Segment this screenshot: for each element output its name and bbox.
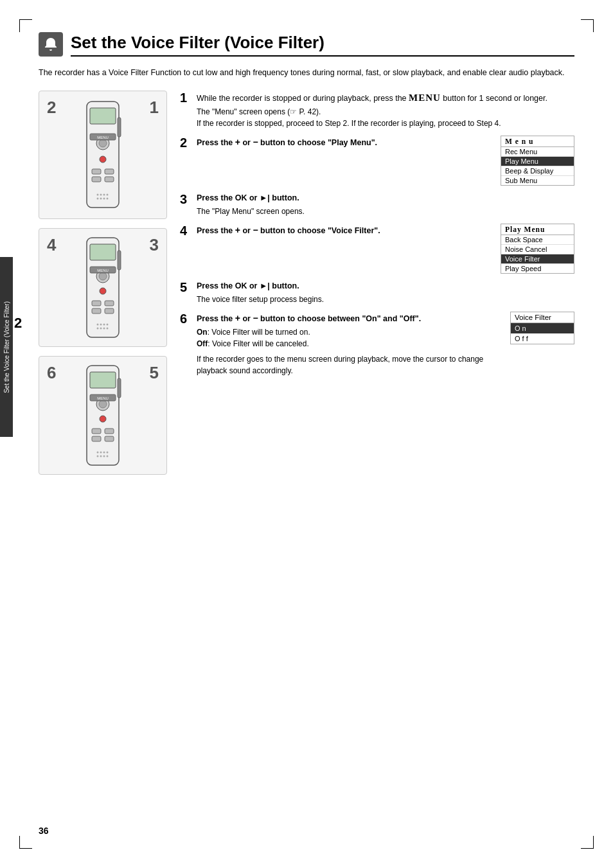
- step-3: 3 Press the OK or ►| button. The "Play M…: [180, 192, 574, 217]
- device-step-6: 6: [47, 363, 56, 383]
- step-6-note: If the recorder goes to the menu screen …: [197, 353, 497, 376]
- svg-point-3: [99, 139, 107, 147]
- device-step-5: 5: [150, 363, 159, 383]
- step-5-instruction: Press the OK or ►| button.: [197, 281, 299, 290]
- sidebar-number: 2: [14, 315, 22, 332]
- svg-point-51: [103, 451, 105, 453]
- svg-rect-47: [92, 436, 101, 441]
- svg-point-31: [103, 323, 105, 325]
- device-block-2: 4 3: [39, 228, 167, 347]
- page-container: Set the Voice Filter (Voice Filter) 2 Se…: [0, 0, 613, 868]
- voice-filter-on: O n: [511, 323, 574, 333]
- svg-rect-25: [92, 301, 101, 306]
- svg-point-9: [97, 194, 99, 196]
- svg-point-33: [97, 327, 99, 329]
- voice-filter-box: Voice Filter O n O f f: [510, 312, 574, 344]
- device-step-4: 4: [47, 235, 56, 255]
- step-2-body: Press the + or − button to choose "Play …: [197, 136, 377, 150]
- svg-point-13: [97, 198, 99, 200]
- svg-rect-39: [118, 251, 121, 270]
- step-1-num: 1: [180, 91, 193, 130]
- svg-rect-28: [105, 308, 114, 314]
- step-4-body: Press the + or − button to choose "Voice…: [197, 224, 380, 238]
- svg-rect-27: [92, 308, 101, 314]
- svg-point-43: [99, 400, 107, 408]
- svg-point-30: [100, 323, 102, 325]
- svg-text:MENU: MENU: [97, 136, 109, 139]
- right-column: 1 While the recorder is stopped or durin…: [180, 91, 574, 475]
- device-illustrations: 2 1: [39, 91, 167, 475]
- svg-rect-19: [118, 118, 121, 137]
- svg-rect-41: [90, 372, 116, 388]
- step-4-instruction: Press the + or − button to choose "Voice…: [197, 226, 380, 235]
- svg-point-4: [100, 156, 106, 163]
- step-2-col: 2 Press the + or − button to choose "Pla…: [180, 136, 488, 186]
- step-4: 4 Press the + or − button to choose "Voi…: [180, 224, 488, 238]
- page-title: Set the Voice Filter (Voice Filter): [71, 33, 574, 57]
- step-2-wrapper: 2 Press the + or − button to choose "Pla…: [180, 136, 574, 186]
- step-2: 2 Press the + or − button to choose "Pla…: [180, 136, 488, 150]
- menu-play-item-3: Play Speed: [501, 264, 574, 273]
- step-6-instruction: Press the + or − button to choose betwee…: [197, 314, 421, 323]
- page-number: 36: [39, 826, 49, 836]
- menu-play-item-1: Noise Cancel: [501, 245, 574, 254]
- svg-point-50: [100, 451, 102, 453]
- menu-box-play: Play Menu Back Space Noise Cancel Voice …: [501, 224, 574, 274]
- page-header: Set the Voice Filter (Voice Filter): [39, 32, 574, 57]
- step-5-num: 5: [180, 280, 193, 305]
- sidebar-label: Set the Voice Filter (Voice Filter): [3, 301, 10, 393]
- svg-text:MENU: MENU: [97, 396, 109, 400]
- step-3-num: 3: [180, 192, 193, 217]
- svg-rect-48: [105, 436, 114, 441]
- recorder-svg-1: MENU: [67, 98, 138, 211]
- svg-point-56: [107, 455, 109, 457]
- svg-point-53: [97, 455, 99, 457]
- device-step-2: 2: [47, 98, 56, 118]
- svg-point-23: [99, 272, 107, 280]
- svg-rect-26: [105, 301, 114, 306]
- menu-play-item-2: Voice Filter: [501, 254, 574, 264]
- svg-rect-59: [118, 378, 121, 398]
- device-step-3: 3: [150, 235, 159, 255]
- svg-rect-5: [92, 169, 101, 174]
- device-block-3: 6 5: [39, 356, 167, 475]
- svg-point-55: [103, 455, 105, 457]
- svg-point-24: [100, 288, 106, 294]
- voice-filter-icon: [43, 37, 58, 52]
- svg-point-44: [100, 416, 106, 422]
- step-6: 6 Press the + or − button to choose betw…: [180, 312, 497, 376]
- menu-text: MENU: [409, 93, 441, 103]
- svg-rect-7: [92, 177, 101, 182]
- step-6-num: 6: [180, 312, 193, 376]
- step-5-body: Press the OK or ►| button. The voice fil…: [197, 280, 324, 305]
- svg-point-29: [97, 323, 99, 325]
- step-6-wrapper: 6 Press the + or − button to choose betw…: [180, 312, 574, 383]
- header-icon: [39, 32, 63, 57]
- menu-main-item-0: Rec Menu: [501, 147, 574, 157]
- svg-point-15: [103, 198, 105, 200]
- svg-point-36: [107, 327, 109, 329]
- svg-rect-45: [92, 429, 101, 434]
- menu-main-item-2: Beep & Display: [501, 166, 574, 176]
- svg-rect-21: [90, 244, 116, 260]
- svg-rect-8: [105, 177, 114, 182]
- recorder-svg-3: MENU: [67, 362, 138, 468]
- svg-point-16: [107, 198, 109, 200]
- step-6-body: Press the + or − button to choose betwee…: [197, 312, 497, 376]
- step-1-body: While the recorder is stopped or during …: [197, 91, 547, 130]
- step-3-sub: The "Play Menu" screen opens.: [197, 206, 305, 217]
- svg-point-49: [97, 451, 99, 453]
- voice-filter-off: O f f: [511, 333, 574, 344]
- device-block-1: 2 1: [39, 91, 167, 219]
- step-4-wrapper: 4 Press the + or − button to choose "Voi…: [180, 224, 574, 274]
- step-1-instruction: While the recorder is stopped or during …: [197, 94, 547, 103]
- svg-point-35: [103, 327, 105, 329]
- step-6-on: On: Voice Filter will be turned on.Off: …: [197, 326, 497, 350]
- svg-point-11: [103, 194, 105, 196]
- svg-rect-1: [90, 108, 116, 124]
- svg-point-10: [100, 194, 102, 196]
- step-2-instruction: Press the + or − button to choose "Play …: [197, 138, 377, 147]
- svg-point-54: [100, 455, 102, 457]
- svg-rect-46: [105, 429, 114, 434]
- svg-point-52: [107, 451, 109, 453]
